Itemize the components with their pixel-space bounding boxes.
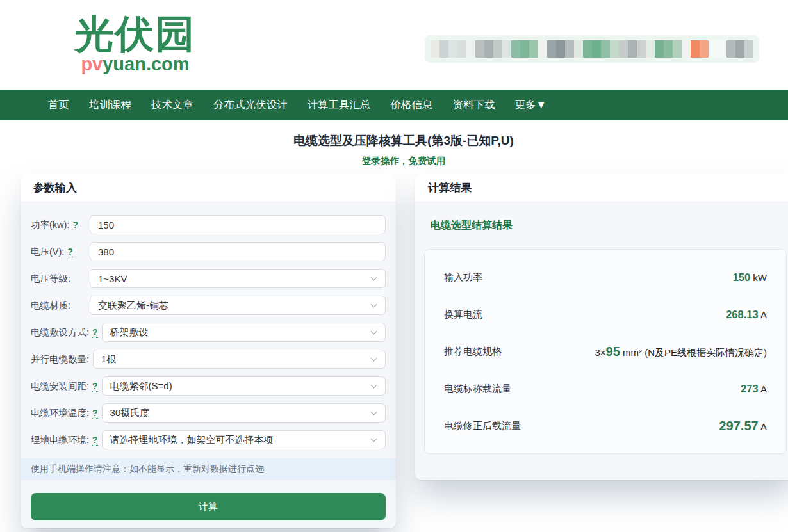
laying-method-select[interactable]: 桥架敷设 <box>102 323 386 342</box>
redacted-block <box>431 40 439 58</box>
result-value-number: 95 <box>606 344 620 359</box>
nav-item-7[interactable]: 资料下载 <box>453 98 495 112</box>
mobile-usage-note: 使用手机端操作请注意：如不能显示，重新对数据进行点选 <box>21 458 396 480</box>
cable-material-select[interactable]: 交联聚乙烯-铜芯 <box>90 296 386 315</box>
chevron-down-icon <box>371 302 377 308</box>
redacted-block <box>466 40 475 58</box>
help-icon[interactable]: ? <box>92 435 98 446</box>
redacted-block <box>484 40 493 58</box>
result-value: 273 A <box>741 383 767 395</box>
field-label: 电缆材质: <box>31 300 86 312</box>
result-label: 换算电流 <box>444 309 482 321</box>
field-label: 并行电缆数量: <box>31 353 89 366</box>
parameter-panel-title: 参数输入 <box>21 174 396 202</box>
help-icon[interactable]: ? <box>92 408 98 419</box>
result-value-number: 297.57 <box>719 419 758 433</box>
redacted-block <box>565 40 574 58</box>
result-value: 268.13 A <box>726 309 767 321</box>
result-section-title: 电缆选型结算结果 <box>424 219 787 232</box>
logo-domain-rest: yuan.com <box>103 54 189 74</box>
redacted-block <box>726 40 735 58</box>
help-icon[interactable]: ? <box>67 246 73 257</box>
select-value: 30摄氏度 <box>110 407 150 419</box>
nav-item-8[interactable]: 更多▼ <box>515 98 546 112</box>
logo-chinese-text: 光伏园 <box>61 10 209 58</box>
page-title: 电缆选型及压降核算工具(第3版-已知P,U) <box>0 133 788 149</box>
field-label-text: 功率(kw): <box>31 219 69 231</box>
field-label-text: 电缆安装间距: <box>31 380 89 392</box>
power-input[interactable] <box>90 215 386 234</box>
select-value: 电缆紧邻(S=d) <box>110 380 172 392</box>
redacted-block <box>583 40 592 58</box>
install-spacing-select[interactable]: 电缆紧邻(S=d) <box>102 376 386 396</box>
result-value: 297.57 A <box>719 419 767 433</box>
field-label: 电缆安装间距:? <box>31 380 98 392</box>
form-row-parallel-cable-count-select: 并行电缆数量:1根 <box>31 350 386 369</box>
select-value: 1~3KV <box>98 273 127 284</box>
redacted-block <box>664 40 673 58</box>
help-icon[interactable]: ? <box>92 327 98 338</box>
calculate-button[interactable]: 计算 <box>31 493 386 520</box>
result-label: 电缆修正后载流量 <box>444 420 521 432</box>
field-label: 埋地电缆环境:? <box>31 434 98 446</box>
redacted-block <box>448 40 457 58</box>
redacted-block <box>601 40 610 58</box>
result-row: 输入功率150 kW <box>444 259 767 296</box>
nav-item-5[interactable]: 计算工具汇总 <box>308 98 371 112</box>
page: 光伏园 pvyuan.com 首页培训课程技术文章分布式光伏设计计算工具汇总价格… <box>0 0 788 532</box>
redacted-block <box>673 40 682 58</box>
chevron-down-icon <box>371 382 377 389</box>
field-label-text: 电缆敷设方式: <box>31 326 89 339</box>
redacted-block <box>475 40 484 58</box>
redacted-block <box>538 40 547 58</box>
select-value: 交联聚乙烯-铜芯 <box>98 300 168 312</box>
voltage-level-select[interactable]: 1~3KV <box>90 269 386 288</box>
parallel-cable-count-select[interactable]: 1根 <box>93 350 386 369</box>
redacted-block <box>718 40 726 58</box>
nav-item-1[interactable]: 首页 <box>48 98 69 112</box>
result-panel: 计算结果 电缆选型结算结果 输入功率150 kW换算电流268.13 A推荐电缆… <box>415 174 788 480</box>
redacted-block <box>547 40 556 58</box>
result-card: 输入功率150 kW换算电流268.13 A推荐电缆规格3×95 mm² (N及… <box>424 249 787 454</box>
voltage-input[interactable] <box>90 242 386 261</box>
result-label: 输入功率 <box>444 271 482 284</box>
result-value: 150 kW <box>733 271 767 284</box>
redacted-block <box>502 40 511 58</box>
chevron-down-icon <box>371 328 377 335</box>
result-panel-title: 计算结果 <box>415 174 788 202</box>
ambient-temperature-select[interactable]: 30摄氏度 <box>102 403 386 423</box>
field-label-text: 电缆环境温度: <box>31 407 89 419</box>
redacted-block <box>655 40 664 58</box>
result-row: 换算电流268.13 A <box>444 296 767 333</box>
result-value-prefix: 3× <box>595 347 605 358</box>
login-trial-link[interactable]: 登录操作，免费试用 <box>0 155 788 167</box>
form-row-ambient-temperature-select: 电缆环境温度:?30摄氏度 <box>31 403 386 423</box>
chevron-down-icon <box>371 275 377 281</box>
redacted-block <box>574 40 583 58</box>
logo-domain-prefix: pv <box>81 54 103 74</box>
chevron-down-icon <box>371 436 377 442</box>
nav-item-2[interactable]: 培训课程 <box>89 98 131 112</box>
redacted-block <box>439 40 448 58</box>
field-label: 电压等级: <box>31 273 86 285</box>
site-logo[interactable]: 光伏园 pvyuan.com <box>61 10 209 73</box>
result-value-unit: kW <box>750 272 767 283</box>
field-label: 电缆环境温度:? <box>31 407 98 419</box>
form-row-install-spacing-select: 电缆安装间距:?电缆紧邻(S=d) <box>31 376 386 396</box>
help-icon[interactable]: ? <box>92 381 98 392</box>
form-row-buried-environment-select: 埋地电缆环境:?请选择埋地环境，如架空可不选择本项 <box>31 430 386 449</box>
redacted-block <box>511 40 520 58</box>
help-icon[interactable]: ? <box>72 220 78 230</box>
redacted-block <box>735 40 744 58</box>
result-label: 电缆标称载流量 <box>444 383 511 395</box>
result-value-number: 273 <box>741 383 759 394</box>
nav-item-4[interactable]: 分布式光伏设计 <box>213 98 288 112</box>
nav-item-3[interactable]: 技术文章 <box>151 98 193 112</box>
buried-environment-select[interactable]: 请选择埋地环境，如架空可不选择本项 <box>102 430 386 449</box>
redacted-block <box>592 40 601 58</box>
chevron-down-icon <box>371 355 377 362</box>
result-row: 电缆修正后载流量297.57 A <box>444 407 767 444</box>
redacted-block <box>646 40 655 58</box>
nav-item-6[interactable]: 价格信息 <box>391 98 433 112</box>
redacted-block <box>691 40 700 58</box>
